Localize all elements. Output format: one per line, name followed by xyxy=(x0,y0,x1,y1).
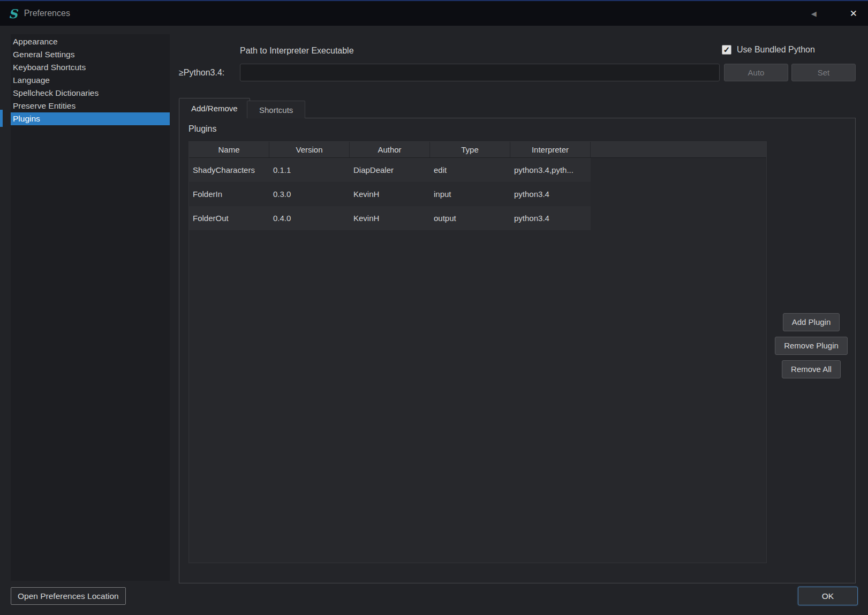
open-preferences-location-button[interactable]: Open Preferences Location xyxy=(11,587,126,605)
python-version-label: ≥Python3.4: xyxy=(179,64,224,81)
plugin-actions: Add Plugin Remove Plugin Remove All xyxy=(767,313,856,378)
cell-interpreter: python3.4 xyxy=(510,206,591,230)
auto-button[interactable]: Auto xyxy=(724,64,788,81)
column-header-interpreter[interactable]: Interpreter xyxy=(510,142,591,157)
table-header-row: Name Version Author Type Interpreter xyxy=(189,142,766,158)
cell-author: KevinH xyxy=(350,182,430,206)
tab-shortcuts[interactable]: Shortcuts xyxy=(247,101,305,118)
sidebar-item-plugins[interactable]: Plugins xyxy=(11,112,170,125)
cell-version: 0.1.1 xyxy=(269,158,350,182)
set-button[interactable]: Set xyxy=(791,64,856,81)
column-header-version[interactable]: Version xyxy=(269,142,350,157)
column-header-author[interactable]: Author xyxy=(350,142,430,157)
cell-interpreter: python3.4,pyth... xyxy=(510,158,591,182)
use-bundled-python-label: Use Bundled Python xyxy=(737,45,815,55)
sidebar: Appearance General Settings Keyboard Sho… xyxy=(11,34,170,581)
interpreter-section-label: Path to Interpreter Executable xyxy=(240,46,354,56)
column-header-filler xyxy=(591,142,766,157)
window-title: Preferences xyxy=(24,9,70,18)
remove-plugin-button[interactable]: Remove Plugin xyxy=(775,337,848,355)
cell-type: edit xyxy=(430,158,510,182)
cell-name: FolderIn xyxy=(189,182,269,206)
cell-name: ShadyCharacters xyxy=(189,158,269,182)
cell-author: KevinH xyxy=(350,206,430,230)
table-row[interactable]: FolderIn 0.3.0 KevinH input python3.4 xyxy=(189,182,766,206)
column-header-type[interactable]: Type xyxy=(430,142,510,157)
add-plugin-button[interactable]: Add Plugin xyxy=(783,313,840,331)
ok-button[interactable]: OK xyxy=(798,587,858,605)
titlebar: S Preferences ◀ ✕ xyxy=(0,1,868,26)
close-icon[interactable]: ✕ xyxy=(850,8,857,19)
table-row[interactable]: FolderOut 0.4.0 KevinH output python3.4 xyxy=(189,206,766,230)
remove-all-button[interactable]: Remove All xyxy=(782,360,841,378)
preferences-window: S Preferences ◀ ✕ Appearance General Set… xyxy=(0,0,868,615)
sidebar-item-language[interactable]: Language xyxy=(11,74,170,87)
plugins-section-label: Plugins xyxy=(188,124,216,134)
cell-version: 0.3.0 xyxy=(269,182,350,206)
cell-type: input xyxy=(430,182,510,206)
sidebar-item-general-settings[interactable]: General Settings xyxy=(11,48,170,61)
checkbox-check-icon[interactable]: ✓ xyxy=(722,45,731,55)
column-header-name[interactable]: Name xyxy=(189,142,269,157)
cell-interpreter: python3.4 xyxy=(510,182,591,206)
back-arrow-icon[interactable]: ◀ xyxy=(811,10,817,18)
use-bundled-python-checkbox[interactable]: ✓ Use Bundled Python xyxy=(722,45,815,55)
plugins-table: Name Version Author Type Interpreter Sha… xyxy=(188,141,767,563)
app-logo-icon: S xyxy=(9,6,18,21)
selection-edge-indicator xyxy=(0,110,3,127)
cell-author: DiapDealer xyxy=(350,158,430,182)
cell-type: output xyxy=(430,206,510,230)
interpreter-path-input[interactable] xyxy=(240,64,720,81)
cell-version: 0.4.0 xyxy=(269,206,350,230)
sidebar-item-preserve-entities[interactable]: Preserve Entities xyxy=(11,100,170,112)
cell-name: FolderOut xyxy=(189,206,269,230)
table-row[interactable]: ShadyCharacters 0.1.1 DiapDealer edit py… xyxy=(189,158,766,182)
sidebar-item-appearance[interactable]: Appearance xyxy=(11,35,170,48)
window-controls: ◀ ✕ xyxy=(811,8,859,19)
tab-add-remove[interactable]: Add/Remove xyxy=(179,98,250,118)
sidebar-item-keyboard-shortcuts[interactable]: Keyboard Shortcuts xyxy=(11,61,170,74)
sidebar-item-spellcheck-dictionaries[interactable]: Spellcheck Dictionaries xyxy=(11,87,170,100)
